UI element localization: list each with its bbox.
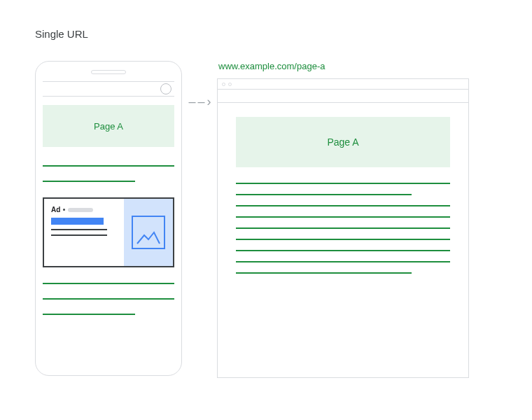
content-line: [236, 250, 450, 251]
window-control-icon: [228, 83, 232, 86]
diagram-title: Single URL: [35, 28, 497, 40]
desktop-page-header: Page A: [236, 117, 450, 167]
diagram-stage: Page A Ad: [35, 61, 497, 378]
content-line: [236, 183, 450, 184]
phone-camera-circle: [160, 83, 172, 94]
content-line: [43, 283, 174, 284]
arrow-icon: – – ›: [188, 94, 210, 109]
phone-frame: Page A Ad: [35, 61, 182, 376]
content-line: [43, 165, 174, 167]
browser-address-bar: [218, 89, 468, 103]
browser-titlebar: [218, 79, 468, 89]
ad-card: Ad: [43, 197, 174, 267]
phone-page-header: Page A: [43, 105, 174, 147]
content-line: [236, 239, 450, 240]
content-line: [43, 314, 135, 315]
content-line: [236, 194, 412, 195]
content-line: [43, 298, 174, 300]
content-line: [236, 272, 412, 274]
dot-icon: [63, 209, 65, 211]
content-line: [236, 227, 450, 229]
image-placeholder-icon: [132, 216, 165, 249]
ad-label: Ad: [51, 206, 60, 214]
ad-desc-line: [51, 229, 107, 230]
url-label: www.example.com/page-a: [218, 61, 469, 71]
ad-desc-line: [51, 234, 107, 236]
ad-headline-bar: [51, 218, 104, 225]
desktop-column: www.example.com/page-a Page A: [217, 61, 469, 378]
content-line: [236, 205, 450, 206]
browser-frame: Page A: [217, 78, 469, 378]
content-line: [236, 261, 450, 262]
ad-label-row: Ad: [51, 206, 117, 214]
ad-domain-placeholder: [68, 208, 93, 212]
browser-body: Page A: [218, 103, 468, 284]
ad-text-area: Ad: [44, 199, 124, 266]
window-control-icon: [222, 83, 225, 86]
content-line: [43, 181, 135, 182]
phone-speaker: [91, 70, 126, 74]
phone-topbar: [43, 81, 174, 97]
content-line: [236, 216, 450, 218]
mountain-icon: [136, 231, 161, 245]
ad-image-area: [124, 199, 173, 266]
arrow-column: – – ›: [182, 94, 217, 109]
